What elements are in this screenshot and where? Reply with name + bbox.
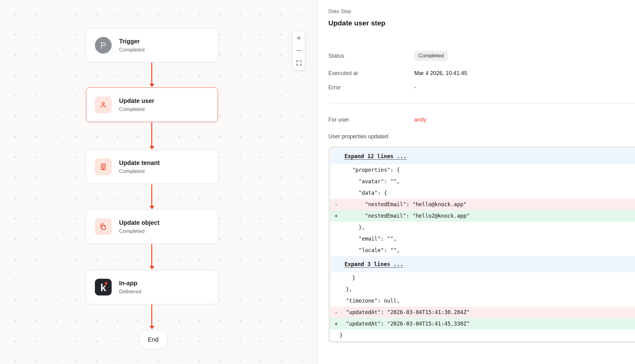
edge-arrow [151,244,152,267]
properties-diff-block: Expand 12 lines ... "properties": { "ava… [328,146,635,343]
diff-line: }, [330,222,635,233]
status-row: Status Completed [328,50,448,62]
error-row: Error - [328,82,416,93]
step-detail-panel: Data Step Update user step Status Comple… [318,0,635,364]
diff-line: "locale": "", [330,245,635,256]
node-trigger[interactable]: Trigger Completed [86,28,218,62]
end-label: End [148,336,159,343]
zoom-out-button[interactable] [294,46,304,55]
canvas-zoom-toolbar [292,31,305,70]
building-icon [95,158,112,175]
node-update-object[interactable]: Update object Completed [86,210,218,244]
node-status: Completed [119,106,154,113]
node-title: Update user [119,97,154,104]
diff-line-removed: - "nestedEmail": "hello@knock.app" [330,199,635,210]
executed-at-row: Executed at Mar 4 2026, 10:41:45 [328,68,467,79]
status-badge: Completed [414,51,448,61]
error-label: Error [328,84,414,91]
executed-at-value: Mar 4 2026, 10:41:45 [414,70,467,77]
diff-line-added: + "nestedEmail": "hello2@knock.app" [330,210,635,222]
for-user-label: For user [328,117,414,123]
node-title: Update tenant [119,159,160,166]
executed-at-label: Executed at [328,70,414,77]
section-label: User properties updated [328,133,388,140]
section-divider [328,103,635,104]
edge-arrow [151,63,152,84]
node-status: Completed [119,168,160,175]
edge-arrow [151,184,152,206]
node-in-app[interactable]: k In-app Delivered [86,270,218,304]
node-update-tenant[interactable]: Update tenant Completed [86,150,218,184]
user-link[interactable]: andy [414,117,426,123]
diff-line: }, [330,284,635,295]
zoom-in-button[interactable] [294,33,304,43]
workflow-debugger: Trigger Completed Update user Completed [0,0,635,364]
node-title: In-app [119,280,141,287]
diff-line: } [330,330,635,341]
diff-line-removed: - "updatedAt": "2026-03-04T15:41:30.284Z… [330,307,635,318]
panel-eyebrow: Data Step [328,8,351,14]
diff-line-added: + "updatedAt": "2026-03-04T15:41:45.330Z… [330,318,635,330]
diff-line: "avatar": "", [330,176,635,187]
status-label: Status [328,53,414,59]
user-icon [95,96,112,113]
node-update-user[interactable]: Update user Completed [86,87,218,122]
node-status: Completed [119,228,159,234]
knock-logo-dot [105,282,107,285]
node-status: Completed [119,47,144,53]
edge-arrow [151,304,152,326]
fit-view-icon[interactable] [294,58,304,68]
edge-arrow [151,122,152,147]
diff-line: "timezone": null, [330,295,635,307]
diff-line: "email": "", [330,233,635,245]
diff-line: "data": { [330,187,635,199]
expand-lines-button[interactable]: Expand 3 lines ... [330,256,635,272]
node-title: Update object [119,219,159,226]
diff-line: "properties": { [330,164,635,176]
panel-title: Update user step [328,19,385,27]
knock-logo: k [95,279,112,295]
flag-icon [95,37,112,54]
node-end[interactable]: End [139,330,167,349]
error-value: - [414,84,416,91]
copy-icon [95,218,112,235]
node-status: Delivered [119,289,141,295]
node-title: Trigger [119,38,144,45]
diff-line: } [330,272,635,284]
for-user-row: For user andy [328,114,426,125]
workflow-canvas[interactable]: Trigger Completed Update user Completed [0,0,318,364]
expand-lines-button[interactable]: Expand 12 lines ... [330,148,635,164]
